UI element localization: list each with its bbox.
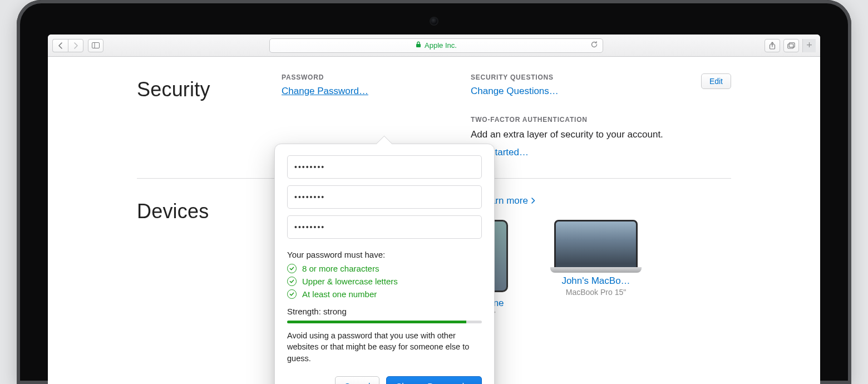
section-title-security: Security <box>137 78 282 101</box>
forward-button[interactable] <box>68 39 83 52</box>
change-password-popover: Your password must have: 8 or more chara… <box>274 144 495 384</box>
lock-icon <box>416 41 421 50</box>
twofa-description: Add an extra layer of security to your a… <box>471 128 701 141</box>
strength-label: Strength: strong <box>287 307 482 316</box>
address-bar[interactable]: Apple Inc. <box>269 38 603 53</box>
share-button[interactable] <box>765 39 780 52</box>
requirements-title: Your password must have: <box>287 250 482 259</box>
safari-toolbar: Apple Inc. + <box>48 35 820 57</box>
requirement-text: 8 or more characters <box>302 264 379 273</box>
security-right-column: SECURITY QUESTIONS Change Questions… TWO… <box>471 73 701 158</box>
questions-heading: SECURITY QUESTIONS <box>471 73 701 81</box>
new-password-input[interactable] <box>287 185 482 209</box>
check-circle-icon <box>287 264 297 273</box>
check-circle-icon <box>287 289 297 299</box>
strength-meter-fill <box>287 321 466 323</box>
strength-meter <box>287 321 482 323</box>
requirement-item: 8 or more characters <box>287 264 482 273</box>
svg-rect-5 <box>789 42 795 47</box>
confirm-password-input[interactable] <box>287 215 482 239</box>
section-title-devices: Devices <box>137 200 282 223</box>
camera-dot <box>431 18 437 24</box>
device-macbook[interactable]: John's MacBo… MacBook Pro 15" <box>554 220 638 319</box>
back-button[interactable] <box>52 39 68 52</box>
svg-rect-0 <box>92 43 100 48</box>
requirement-item: Upper & lowercase letters <box>287 277 482 286</box>
laptop-frame: Apple Inc. + Security <box>17 0 851 384</box>
password-heading: PASSWORD <box>282 73 471 81</box>
requirement-text: Upper & lowercase letters <box>302 277 398 286</box>
device-sub: MacBook Pro 15" <box>554 288 638 297</box>
svg-rect-2 <box>416 44 421 47</box>
reload-button[interactable] <box>590 41 598 50</box>
check-circle-icon <box>287 277 297 286</box>
svg-rect-4 <box>788 44 793 48</box>
change-password-button[interactable]: Change Password… <box>386 376 482 384</box>
password-advice: Avoid using a password that you use with… <box>287 330 482 364</box>
screen: Apple Inc. + Security <box>48 35 820 384</box>
chevron-right-icon <box>531 196 535 205</box>
macbook-icon <box>554 220 638 270</box>
change-questions-link[interactable]: Change Questions… <box>471 86 559 96</box>
sidebar-toggle-button[interactable] <box>88 39 103 52</box>
nav-back-forward <box>52 39 83 52</box>
tabs-button[interactable] <box>783 39 799 52</box>
cancel-button[interactable]: Cancel <box>335 376 380 384</box>
current-password-input[interactable] <box>287 155 482 179</box>
change-password-link[interactable]: Change Password… <box>282 86 368 96</box>
requirement-item: At least one number <box>287 289 482 299</box>
device-name: John's MacBo… <box>554 275 638 287</box>
requirement-text: At least one number <box>302 289 377 299</box>
site-identity-label: Apple Inc. <box>425 41 457 50</box>
new-tab-button[interactable]: + <box>802 39 816 52</box>
edit-security-button[interactable]: Edit <box>701 73 731 89</box>
twofa-heading: TWO-FACTOR AUTHENTICATION <box>471 116 701 124</box>
